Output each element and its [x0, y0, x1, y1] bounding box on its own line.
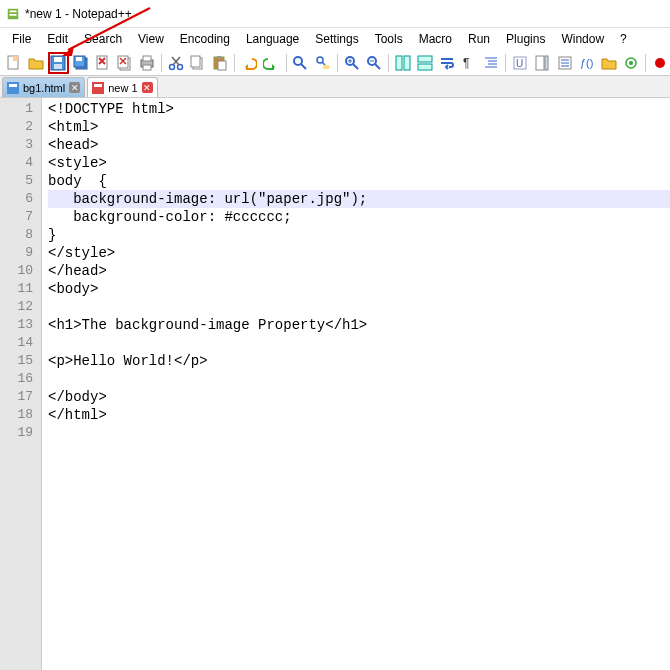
- menu-window[interactable]: Window: [553, 30, 612, 48]
- close-button[interactable]: [93, 52, 113, 74]
- code-line[interactable]: </body>: [48, 388, 670, 406]
- redo-button[interactable]: [261, 52, 281, 74]
- menu-macro[interactable]: Macro: [411, 30, 460, 48]
- menu-view[interactable]: View: [130, 30, 172, 48]
- code-line[interactable]: <head>: [48, 136, 670, 154]
- save-button[interactable]: [48, 52, 68, 74]
- svg-line-31: [301, 64, 306, 69]
- code-line[interactable]: <!DOCTYPE html>: [48, 100, 670, 118]
- toolbar-sep: [645, 54, 646, 72]
- menubar: File Edit Search View Encoding Language …: [0, 28, 670, 50]
- print-button[interactable]: [137, 52, 157, 74]
- code-line[interactable]: </html>: [48, 406, 670, 424]
- menu-edit[interactable]: Edit: [39, 30, 76, 48]
- svg-line-40: [375, 64, 380, 69]
- toolbar-sep: [286, 54, 287, 72]
- tab-bg1-html[interactable]: bg1.html ✕: [2, 77, 85, 97]
- menu-plugins[interactable]: Plugins: [498, 30, 553, 48]
- menu-language[interactable]: Language: [238, 30, 307, 48]
- code-line[interactable]: </style>: [48, 244, 670, 262]
- editor[interactable]: 12345678910111213141516171819 <!DOCTYPE …: [0, 98, 670, 670]
- svg-point-62: [629, 61, 633, 65]
- svg-point-63: [655, 58, 665, 68]
- cut-button[interactable]: [166, 52, 186, 74]
- tab-label: new 1: [108, 82, 137, 94]
- code-line[interactable]: body {: [48, 172, 670, 190]
- svg-rect-67: [9, 84, 17, 87]
- indent-guide-button[interactable]: [481, 52, 501, 74]
- window-title: *new 1 - Notepad++: [25, 7, 132, 21]
- svg-rect-26: [191, 56, 200, 67]
- sync-h-button[interactable]: [415, 52, 435, 74]
- line-number: 17: [0, 388, 41, 406]
- line-number: 8: [0, 226, 41, 244]
- wrap-button[interactable]: [437, 52, 457, 74]
- menu-settings[interactable]: Settings: [307, 30, 366, 48]
- svg-line-23: [173, 57, 180, 65]
- monitor-button[interactable]: [621, 52, 641, 74]
- svg-rect-29: [218, 61, 226, 70]
- code-area[interactable]: <!DOCTYPE html><html><head><style>body {…: [42, 98, 670, 670]
- menu-file[interactable]: File: [4, 30, 39, 48]
- code-line[interactable]: <style>: [48, 154, 670, 172]
- svg-rect-69: [94, 84, 102, 87]
- code-line[interactable]: <body>: [48, 280, 670, 298]
- svg-rect-1: [10, 10, 17, 12]
- menu-help[interactable]: ?: [612, 30, 635, 48]
- record-button[interactable]: [650, 52, 670, 74]
- code-line[interactable]: [48, 424, 670, 442]
- undo-button[interactable]: [239, 52, 259, 74]
- code-line[interactable]: }: [48, 226, 670, 244]
- zoom-in-button[interactable]: [342, 52, 362, 74]
- line-number: 6: [0, 190, 41, 208]
- line-number: 1: [0, 100, 41, 118]
- tab-new-1[interactable]: new 1 ✕: [87, 77, 157, 97]
- code-line[interactable]: <h1>The background-image Property</h1>: [48, 316, 670, 334]
- new-button[interactable]: [4, 52, 24, 74]
- code-line[interactable]: [48, 334, 670, 352]
- funclist-button[interactable]: ƒ(): [577, 52, 597, 74]
- code-line[interactable]: [48, 370, 670, 388]
- code-line[interactable]: </head>: [48, 262, 670, 280]
- svg-rect-66: [7, 82, 19, 94]
- menu-search[interactable]: Search: [76, 30, 130, 48]
- svg-text:ƒ(): ƒ(): [580, 57, 593, 69]
- titlebar: *new 1 - Notepad++: [0, 0, 670, 28]
- find-button[interactable]: [290, 52, 310, 74]
- code-line[interactable]: background-image: url("paper.jpg");: [48, 190, 670, 208]
- svg-rect-10: [76, 57, 82, 61]
- svg-line-36: [353, 64, 358, 69]
- copy-button[interactable]: [188, 52, 208, 74]
- zoom-out-button[interactable]: [364, 52, 384, 74]
- code-line[interactable]: <p>Hello World!</p>: [48, 352, 670, 370]
- line-number: 10: [0, 262, 41, 280]
- file-saved-icon: [7, 82, 19, 94]
- app-icon: [6, 7, 20, 21]
- userdef-button[interactable]: U: [510, 52, 530, 74]
- close-all-button[interactable]: [115, 52, 135, 74]
- svg-rect-2: [10, 14, 17, 16]
- open-button[interactable]: [26, 52, 46, 74]
- save-all-button[interactable]: [71, 52, 91, 74]
- folder-button[interactable]: [599, 52, 619, 74]
- line-number: 3: [0, 136, 41, 154]
- doclist-button[interactable]: [555, 52, 575, 74]
- sync-v-button[interactable]: [393, 52, 413, 74]
- code-line[interactable]: <html>: [48, 118, 670, 136]
- tab-close-icon[interactable]: ✕: [142, 82, 153, 93]
- menu-encoding[interactable]: Encoding: [172, 30, 238, 48]
- docmap-button[interactable]: [532, 52, 552, 74]
- line-number: 11: [0, 280, 41, 298]
- svg-rect-55: [545, 56, 548, 70]
- toolbar-sep: [337, 54, 338, 72]
- menu-run[interactable]: Run: [460, 30, 498, 48]
- allchars-button[interactable]: ¶: [459, 52, 479, 74]
- menu-tools[interactable]: Tools: [367, 30, 411, 48]
- tab-close-icon[interactable]: ✕: [69, 82, 80, 93]
- code-line[interactable]: [48, 298, 670, 316]
- svg-point-30: [294, 57, 302, 65]
- replace-button[interactable]: [313, 52, 333, 74]
- code-line[interactable]: background-color: #cccccc;: [48, 208, 670, 226]
- paste-button[interactable]: [210, 52, 230, 74]
- svg-text:¶: ¶: [463, 56, 469, 70]
